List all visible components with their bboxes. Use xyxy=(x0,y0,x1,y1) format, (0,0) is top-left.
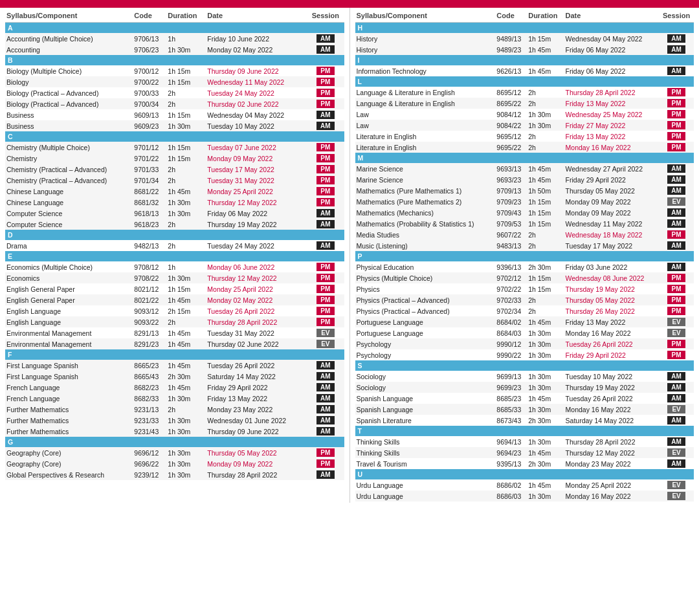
cell-session: PM xyxy=(659,229,694,240)
cell-duration: 2h xyxy=(527,142,564,153)
cell-duration: 1h 15m xyxy=(527,33,564,44)
cell-session: AM xyxy=(659,382,694,393)
cell-date: Monday 09 May 2022 xyxy=(206,153,307,164)
cell-session: AM xyxy=(307,360,344,371)
cell-date: Friday 13 May 2022 xyxy=(564,98,660,109)
cell-subject: Environmental Management xyxy=(5,327,133,338)
cell-date: Friday 13 May 2022 xyxy=(206,393,307,404)
cell-duration: 2h xyxy=(527,87,564,98)
cell-duration: 2h xyxy=(166,175,206,186)
session-badge: PM xyxy=(316,459,335,468)
cell-session: AM xyxy=(659,458,694,469)
section-letter: L xyxy=(355,76,694,87)
section-letter: P xyxy=(355,251,694,261)
session-badge: AM xyxy=(667,459,685,468)
session-badge: PM xyxy=(316,198,335,206)
table-row: Biology (Practical – Advanced)9700/342hT… xyxy=(5,98,344,109)
cell-code: 9489/13 xyxy=(495,33,527,44)
session-badge: EV xyxy=(316,340,335,348)
table-row: Media Studies9607/222hWednesday 18 May 2… xyxy=(355,229,694,240)
cell-session: AM xyxy=(307,469,344,480)
col-session-right: Session xyxy=(659,9,694,23)
cell-code: 9699/23 xyxy=(495,382,527,393)
cell-subject: Drama xyxy=(5,240,133,251)
session-badge: AM xyxy=(667,219,685,228)
cell-duration: 2h xyxy=(166,240,206,251)
cell-date: Friday 29 April 2022 xyxy=(206,382,307,393)
cell-session: PM xyxy=(307,175,344,186)
cell-date: Monday 06 June 2022 xyxy=(206,261,307,272)
session-badge: AM xyxy=(316,220,335,228)
cell-subject: Further Mathematics xyxy=(5,426,133,437)
cell-duration: 1h 45m xyxy=(166,186,206,197)
cell-code: 9395/13 xyxy=(495,458,527,469)
cell-duration: 1h 15m xyxy=(166,153,206,164)
left-table-header-row: Syllabus/Component Code Duration Date Se… xyxy=(5,9,344,23)
cell-code: 8665/43 xyxy=(133,371,166,382)
session-badge: AM xyxy=(316,405,335,413)
session-badge: AM xyxy=(316,209,335,217)
cell-duration: 2h xyxy=(527,305,564,316)
cell-code: 9700/34 xyxy=(133,98,166,109)
cell-subject: Geography (Core) xyxy=(5,447,133,458)
cell-duration: 1h 30m xyxy=(166,458,206,469)
cell-subject: English Language xyxy=(5,316,133,327)
section-header: M xyxy=(355,153,694,163)
cell-code: 8021/22 xyxy=(133,294,166,305)
table-row: Biology9700/221h 15mWednesday 11 May 202… xyxy=(5,76,344,87)
cell-code: 9700/22 xyxy=(133,76,166,87)
cell-subject: Psychology xyxy=(355,349,496,360)
cell-code: 9702/22 xyxy=(495,283,527,294)
cell-session: PM xyxy=(659,349,694,360)
cell-code: 9093/12 xyxy=(133,305,166,316)
section-header: H xyxy=(355,23,694,34)
col-duration-right: Duration xyxy=(527,9,564,23)
session-badge: AM xyxy=(667,208,685,217)
cell-duration: 1h 30m xyxy=(166,272,206,283)
cell-date: Saturday 14 May 2022 xyxy=(564,415,660,426)
table-row: Portuguese Language8684/021h 45mFriday 1… xyxy=(355,316,694,327)
cell-duration: 1h 30m xyxy=(527,382,564,393)
right-table-header-row: Syllabus/Component Code Duration Date Se… xyxy=(355,9,694,23)
cell-subject: Chinese Language xyxy=(5,197,133,208)
table-row: Biology (Practical – Advanced)9700/332hT… xyxy=(5,87,344,98)
cell-code: 8682/33 xyxy=(133,393,166,404)
cell-date: Thursday 05 May 2022 xyxy=(206,447,307,458)
session-badge: PM xyxy=(316,176,335,184)
cell-duration: 1h 30m xyxy=(527,490,564,501)
cell-subject: History xyxy=(355,44,496,55)
cell-date: Thursday 12 May 2022 xyxy=(206,197,307,208)
table-row: Literature in English9695/122hFriday 13 … xyxy=(355,131,694,142)
cell-duration: 1h 45m xyxy=(527,447,564,458)
cell-subject: Mathematics (Probability & Statistics 1) xyxy=(355,218,496,229)
session-badge: AM xyxy=(316,111,335,119)
cell-session: AM xyxy=(659,371,694,382)
session-badge: AM xyxy=(667,263,685,271)
cell-subject: Sociology xyxy=(355,371,496,382)
cell-session: PM xyxy=(659,283,694,294)
session-badge: AM xyxy=(667,67,685,75)
session-badge: AM xyxy=(316,45,335,54)
cell-date: Thursday 19 May 2022 xyxy=(564,283,660,294)
session-badge: PM xyxy=(316,143,335,151)
cell-date: Thursday 28 April 2022 xyxy=(564,87,660,98)
cell-subject: First Language Spanish xyxy=(5,360,133,371)
cell-session: EV xyxy=(659,316,694,327)
table-row: Chemistry (Practical – Advanced)9701/342… xyxy=(5,175,344,186)
cell-session: EV xyxy=(659,447,694,458)
cell-date: Thursday 09 June 2022 xyxy=(206,65,307,76)
cell-duration: 2h xyxy=(527,98,564,109)
section-header: D xyxy=(5,230,344,240)
session-badge: AM xyxy=(316,427,335,435)
cell-subject: French Language xyxy=(5,382,133,393)
cell-code: 9702/34 xyxy=(495,305,527,316)
cell-duration: 1h 30m xyxy=(166,469,206,480)
cell-session: PM xyxy=(307,98,344,109)
cell-session: PM xyxy=(659,109,694,120)
cell-subject: Biology xyxy=(5,76,133,87)
table-row: Further Mathematics9231/431h 30mThursday… xyxy=(5,426,344,437)
session-badge: PM xyxy=(316,307,335,315)
session-badge: EV xyxy=(316,329,335,337)
cell-code: 9694/13 xyxy=(495,436,527,447)
table-row: English General Paper8021/221h 45mMonday… xyxy=(5,294,344,305)
